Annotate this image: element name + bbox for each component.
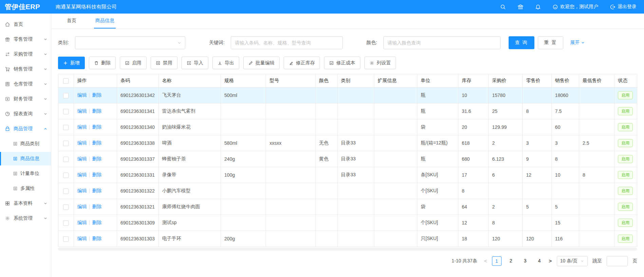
prev-page-button[interactable]: < bbox=[484, 258, 487, 264]
logout-button[interactable]: 退出登录 bbox=[610, 4, 637, 10]
column-settings-button[interactable]: 列设置 bbox=[364, 57, 396, 69]
page-number-1[interactable]: 1 bbox=[492, 256, 501, 266]
sidebar-subitem-goods-category[interactable]: 商品类别 bbox=[0, 137, 51, 151]
row-checkbox[interactable] bbox=[63, 173, 69, 178]
delete-link[interactable]: 删除 bbox=[92, 204, 101, 209]
search-icon[interactable] bbox=[500, 4, 506, 10]
edit-link[interactable]: 编辑 bbox=[77, 188, 87, 193]
sidebar-item-basic-data[interactable]: 基本资料 bbox=[0, 197, 51, 210]
table-row[interactable]: 编辑|删除 6901236301331 录像带 100g 目录33 条[SKU]… bbox=[58, 167, 637, 183]
delete-link[interactable]: 删除 bbox=[92, 92, 101, 98]
table-row[interactable]: 编辑|删除 6901236301337 蜂蜜柚子茶 240g 黄色 目录33 瓶… bbox=[58, 151, 637, 167]
col-actions: 操作 bbox=[74, 74, 117, 87]
edit-link[interactable]: 编辑 bbox=[77, 92, 87, 98]
app-logo: 管伊佳ERP bbox=[0, 2, 51, 12]
sidebar-item-purchase[interactable]: 采购管理 bbox=[0, 47, 51, 61]
edit-link[interactable]: 编辑 bbox=[77, 236, 87, 241]
sidebar-item-system[interactable]: 系统管理 bbox=[0, 212, 51, 225]
cell-name: 测试sp bbox=[158, 215, 221, 231]
cell-barcode: 6901236301337 bbox=[117, 151, 158, 167]
expand-toggle[interactable]: 展开 bbox=[570, 40, 585, 46]
edit-link[interactable]: 编辑 bbox=[77, 108, 87, 114]
page-number-4[interactable]: 4 bbox=[535, 256, 544, 266]
welcome-user[interactable]: 欢迎您，测试用户 bbox=[552, 4, 598, 10]
horizontal-scrollbar[interactable] bbox=[58, 248, 637, 251]
table-row[interactable]: 编辑|删除 6901236301309 测试sp 个[SKU] 12 8 15 … bbox=[58, 215, 637, 231]
edit-link[interactable]: 编辑 bbox=[77, 124, 87, 130]
table-row[interactable]: 编辑|删除 6901236301321 康师傅红烧牛肉面 袋 64 2 5 5 … bbox=[58, 199, 637, 215]
sidebar-item-warehouse[interactable]: 仓库管理 bbox=[0, 77, 51, 91]
purchase-icon bbox=[5, 52, 10, 57]
edit-link[interactable]: 编辑 bbox=[77, 172, 87, 177]
row-checkbox[interactable] bbox=[63, 109, 69, 114]
jump-page-input[interactable] bbox=[607, 256, 628, 266]
delete-link[interactable]: 删除 bbox=[92, 172, 101, 177]
color-input[interactable] bbox=[383, 36, 500, 49]
delete-link[interactable]: 删除 bbox=[92, 236, 101, 241]
delete-link[interactable]: 删除 bbox=[92, 188, 101, 193]
edit-link[interactable]: 编辑 bbox=[77, 140, 87, 145]
delete-link[interactable]: 删除 bbox=[92, 108, 101, 114]
cell-category bbox=[337, 199, 374, 215]
row-checkbox[interactable] bbox=[63, 125, 69, 130]
add-button[interactable]: 新增 bbox=[58, 57, 85, 69]
disable-button[interactable]: 禁用 bbox=[151, 57, 177, 69]
row-checkbox[interactable] bbox=[63, 204, 69, 210]
import-button[interactable]: 导入 bbox=[182, 57, 208, 69]
delete-link[interactable]: 删除 bbox=[92, 156, 101, 161]
row-checkbox[interactable] bbox=[63, 93, 69, 98]
category-select[interactable] bbox=[75, 36, 185, 49]
table-row[interactable]: 编辑|删除 6901236301341 雷达杀虫气雾剂 瓶 31.6 25 8 … bbox=[58, 103, 637, 119]
tab-goods-info[interactable]: 商品信息 bbox=[94, 14, 116, 28]
reset-button[interactable]: 重 置 bbox=[538, 36, 564, 49]
bank-icon[interactable] bbox=[517, 4, 524, 10]
row-checkbox[interactable] bbox=[63, 236, 69, 242]
sidebar-item-goods[interactable]: 商品管理 bbox=[0, 122, 51, 136]
bell-icon[interactable] bbox=[535, 4, 541, 10]
tab-home[interactable]: 首页 bbox=[65, 14, 78, 28]
delete-link[interactable]: 删除 bbox=[92, 140, 101, 145]
sidebar-item-finance[interactable]: 财务管理 bbox=[0, 92, 51, 106]
sidebar-item-home[interactable]: 首页 bbox=[0, 18, 51, 31]
delete-button[interactable]: 删除 bbox=[89, 57, 116, 69]
delete-link[interactable]: 删除 bbox=[92, 220, 101, 225]
status-badge: 启用 bbox=[618, 155, 633, 163]
sidebar-subitem-multi-attr[interactable]: 多属性 bbox=[0, 182, 51, 195]
export-button[interactable]: 导出 bbox=[212, 57, 239, 69]
cell-spec bbox=[221, 215, 266, 231]
edit-link[interactable]: 编辑 bbox=[77, 220, 87, 225]
row-checkbox[interactable] bbox=[63, 220, 69, 226]
col-purchase-price: 采购价 bbox=[489, 74, 523, 87]
row-checkbox[interactable] bbox=[63, 189, 69, 194]
fix-stock-button[interactable]: 修正库存 bbox=[284, 57, 320, 69]
page-number-2[interactable]: 2 bbox=[506, 256, 516, 266]
sidebar-item-report[interactable]: 报表查询 bbox=[0, 107, 51, 121]
col-ext-info: 扩展信息 bbox=[374, 74, 417, 87]
page-size-select[interactable]: 10 条/页 bbox=[557, 256, 588, 266]
keyword-input[interactable] bbox=[231, 36, 343, 49]
sidebar-subitem-goods-info[interactable]: 商品信息 bbox=[0, 152, 51, 165]
delete-link[interactable]: 删除 bbox=[92, 124, 101, 130]
row-checkbox[interactable] bbox=[63, 141, 69, 146]
table-row[interactable]: 编辑|删除 6901236301322 小鹏汽车模型 个[SKU] 8 启用 bbox=[58, 183, 637, 199]
select-all-checkbox[interactable] bbox=[63, 78, 69, 84]
sidebar-subitem-unit[interactable]: 计量单位 bbox=[0, 167, 51, 180]
batch-edit-button[interactable]: 批量编辑 bbox=[243, 57, 280, 69]
fix-cost-button[interactable]: 修正成本 bbox=[324, 57, 360, 69]
row-checkbox[interactable] bbox=[63, 157, 69, 162]
table-row[interactable]: 编辑|删除 6901236301342 飞天茅台 500ml 瓶 10 1578… bbox=[58, 87, 637, 103]
table-row[interactable]: 编辑|删除 6901236301338 啤酒 580ml xxsxx 无色 目录… bbox=[58, 135, 637, 151]
table-row[interactable]: 编辑|删除 6901236301340 奶油味爆米花 袋 20 129.99 6… bbox=[58, 119, 637, 135]
enable-button[interactable]: 启用 bbox=[120, 57, 147, 69]
table-row[interactable]: 编辑|删除 6901236301303 电子手环 200g 只[SKU] 18 … bbox=[58, 231, 637, 247]
table-header-row: 操作 条码 名称 规格 型号 颜色 类别 扩展信息 单位 库存 采购价 零售价 … bbox=[58, 74, 637, 87]
sidebar-item-sales[interactable]: 销售管理 bbox=[0, 62, 51, 76]
next-page-button[interactable]: > bbox=[549, 258, 552, 264]
cell-barcode: 6901236301321 bbox=[117, 199, 158, 215]
search-button[interactable]: 查 询 bbox=[509, 36, 534, 49]
sidebar-item-retail[interactable]: 零售管理 bbox=[0, 33, 51, 46]
cell-name: 小鹏汽车模型 bbox=[158, 183, 221, 199]
edit-link[interactable]: 编辑 bbox=[77, 156, 87, 161]
page-number-3[interactable]: 3 bbox=[520, 256, 530, 266]
edit-link[interactable]: 编辑 bbox=[77, 204, 87, 209]
